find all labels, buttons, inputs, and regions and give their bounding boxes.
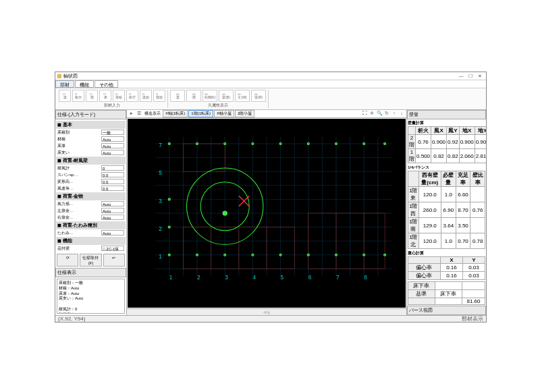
status-coords: (X.92, Y94) <box>58 316 85 322</box>
disp-tool-3[interactable]: ▭梁(B) <box>219 90 234 102</box>
prop-value[interactable]: Auto <box>101 150 124 155</box>
wall-calc-table: 析火風X風Y地X地Y2階0.760.9000.920.9000.9001階0.5… <box>408 126 486 163</box>
fit-icon[interactable]: ⛶ <box>361 111 368 117</box>
iso-title: バース視図 <box>407 306 486 315</box>
menubar: 部材 機能 その他 <box>55 80 486 88</box>
prop-value[interactable]: 0 <box>101 165 124 171</box>
disp-tool-1[interactable]: ▭壁 <box>186 90 201 102</box>
prop-value[interactable]: Auto <box>101 230 124 235</box>
prop-value[interactable]: 0.0 <box>101 179 124 184</box>
menu-tab-2[interactable]: その他 <box>94 80 118 88</box>
svg-rect-28 <box>169 144 385 269</box>
calc-title: 壁量計算 <box>408 120 485 126</box>
svg-point-37 <box>168 142 170 144</box>
prop-value[interactable]: Auto <box>101 215 124 220</box>
centroid-title: 重心計算 <box>408 250 485 256</box>
cursor-icon[interactable]: ✛ <box>369 111 375 117</box>
view-tab-0[interactable]: X軸(1転床) <box>163 110 188 117</box>
prop-label: 右接金… <box>57 215 101 221</box>
plan-canvas[interactable]: 75321 12345678 <box>128 119 406 308</box>
down-icon[interactable]: ↓ <box>398 111 405 117</box>
svg-point-51 <box>307 254 309 256</box>
group1-label: 部材入力 <box>59 103 165 109</box>
rotate-icon[interactable]: ↻ <box>383 111 390 117</box>
maximize-icon[interactable]: ☐ <box>466 74 475 79</box>
prop-row: 右接金…Auto <box>56 214 126 221</box>
main-row: 仕様-(入力モード) ◼ 基本床種別一般材種Auto床厚Auto床支いAuto◼… <box>55 110 486 315</box>
svg-text:7: 7 <box>159 142 162 148</box>
prop-value[interactable]: Auto <box>101 201 124 206</box>
disp-tool-4[interactable]: ▭文(W) <box>235 90 250 102</box>
view-tabrow: ▸ ☰ 構造表示 X軸(1転床) 1階(1転床) X軸小屋 2階小屋 ⛶ ✛ 🔍… <box>127 110 406 118</box>
view-tab-1[interactable]: 1階(1転床) <box>188 110 213 117</box>
prop-label: 変形高… <box>57 179 101 185</box>
svg-point-56 <box>168 226 170 228</box>
prop-row: 床種別一般 <box>56 129 126 136</box>
disp-tool-0[interactable]: ▭梁 <box>170 90 185 102</box>
close-icon[interactable]: ✕ <box>475 74 485 79</box>
prop-row: 花付梁□ 2C-1保定 <box>56 245 126 252</box>
up-icon[interactable]: ↑ <box>391 111 398 117</box>
svg-point-53 <box>363 254 365 256</box>
prop-label: 風速等… <box>57 186 101 192</box>
center-panel: ▸ ☰ 構造表示 X軸(1転床) 1階(1転床) X軸小屋 2階小屋 ⛶ ✛ 🔍… <box>127 110 406 315</box>
prop-label: 風力係… <box>57 201 101 207</box>
svg-text:2: 2 <box>197 275 200 281</box>
svg-point-39 <box>224 142 226 144</box>
arrow-icon[interactable]: ▸ <box>128 111 135 117</box>
menu-tab-0[interactable]: 部材 <box>55 80 74 88</box>
prop-value[interactable]: 0.0 <box>101 172 124 177</box>
view-tab-2[interactable]: X軸小屋 <box>214 110 234 117</box>
section-header: ◼ 荷重-たわみ種別 <box>56 221 126 229</box>
menu-tab-1[interactable]: 機能 <box>75 80 94 88</box>
ribbon: □梁□耐力□壁□床□屋根□桁行□梁面□壁面 部材入力 ▭梁▭壁▭柱脚(K)▭梁(… <box>55 88 486 110</box>
prop-value[interactable]: Auto <box>101 208 124 213</box>
svg-point-54 <box>384 254 386 256</box>
svg-text:8: 8 <box>364 275 367 281</box>
view-tab-3[interactable]: 2階小屋 <box>235 110 254 117</box>
tool-7[interactable]: □壁面 <box>153 90 165 102</box>
prop-row: スパンsp…0.0 <box>56 171 126 178</box>
svg-point-41 <box>279 142 281 144</box>
tool-5[interactable]: □桁行 <box>126 90 138 102</box>
zoom-icon[interactable]: 🔍 <box>376 111 383 117</box>
minimize-icon[interactable]: — <box>456 74 466 78</box>
prop-value[interactable]: □ 2C-1保定 <box>101 246 124 251</box>
prop-value[interactable]: 一般 <box>101 130 124 135</box>
svg-point-44 <box>363 142 365 144</box>
svg-text:5: 5 <box>159 170 162 176</box>
prop-label: スパンsp… <box>57 172 101 178</box>
section-header: ◼ 荷重-金物 <box>56 192 126 200</box>
prop-value[interactable]: Auto <box>101 143 124 148</box>
prop-value[interactable]: 0.0 <box>101 186 124 191</box>
balance-table: 西有壁量(cm)必壁量充足率壁比率1階東120.01.06.601階西260.0… <box>408 171 485 249</box>
svg-text:1: 1 <box>159 254 162 260</box>
titlebar: ▦ 軸状図 — ☐ ✕ <box>55 72 486 80</box>
tool-3[interactable]: □床 <box>99 90 111 102</box>
right-panel: 壁量 壁量計算 析火風X風Y地X地Y2階0.760.9000.920.9000.… <box>406 110 486 315</box>
svg-point-49 <box>252 254 254 256</box>
spec-append-button[interactable]: 仕様取付(F) <box>80 254 101 267</box>
prop-label: 床支い <box>57 150 101 156</box>
undo-button[interactable]: ↩ <box>103 254 125 267</box>
prop-label: たわみ… <box>57 230 101 236</box>
prop-row: 床支いAuto <box>56 149 126 156</box>
tool-4[interactable]: □屋根 <box>113 90 125 102</box>
tool-2[interactable]: □壁 <box>86 90 98 102</box>
tool-6[interactable]: □梁面 <box>140 90 152 102</box>
balance-title: 1/4バランス <box>408 165 485 171</box>
left-panel: 仕様-(入力モード) ◼ 基本床種別一般材種Auto床厚Auto床支いAuto◼… <box>55 110 127 315</box>
prop-value[interactable]: Auto <box>101 136 124 142</box>
refresh-button[interactable]: ⟳ <box>57 254 78 267</box>
ribbon-group-1: □梁□耐力□壁□床□屋根□桁行□梁面□壁面 部材入力 <box>57 90 168 108</box>
tool-1[interactable]: □耐力 <box>72 90 84 102</box>
tool-0[interactable]: □梁 <box>59 90 71 102</box>
prop-row: 変形高…0.0 <box>56 178 126 185</box>
prop-row: 左接金…Auto <box>56 207 126 214</box>
app-icon: ▦ <box>57 73 62 79</box>
layers-icon[interactable]: ☰ <box>136 111 142 117</box>
ribbon-group-2: ▭梁▭壁▭柱脚(K)▭梁(B)▭文(W)▭室(R) 凡属性表示 <box>168 90 269 108</box>
svg-point-57 <box>223 211 227 215</box>
disp-tool-5[interactable]: ▭室(R) <box>251 90 266 102</box>
disp-tool-2[interactable]: ▭柱脚(K) <box>202 90 217 102</box>
